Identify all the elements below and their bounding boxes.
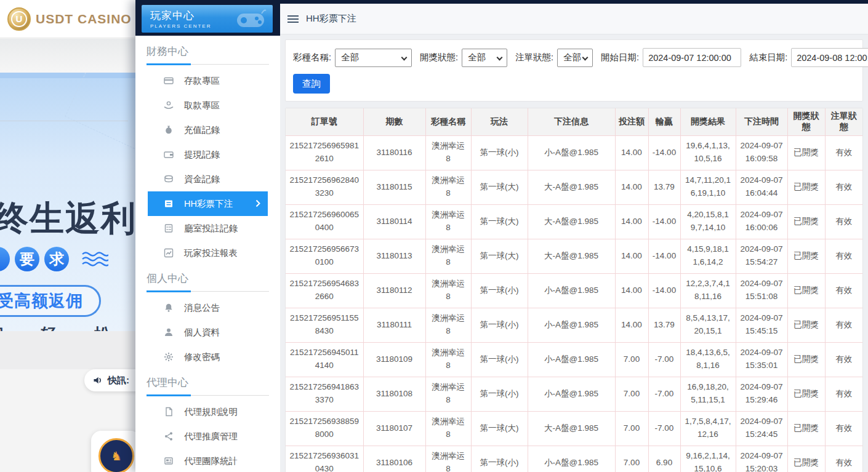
table-cell: 有效 xyxy=(825,308,862,342)
lottery-name-select[interactable]: 全部 xyxy=(335,49,412,67)
sidebar-item-agent-team-stats[interactable]: 代理團隊統計 xyxy=(148,449,268,472)
query-button[interactable]: 查詢 xyxy=(293,74,330,94)
table-cell: 7.00 xyxy=(615,446,648,472)
bet-status-label: 注單狀態: xyxy=(515,52,553,63)
sidebar-item-announcements[interactable]: 消息公告 xyxy=(148,295,268,320)
col-lottery-name: 彩種名稱 xyxy=(425,108,471,135)
table-cell: 第一球(小) xyxy=(471,308,528,342)
table-cell: 第一球(小) xyxy=(471,446,528,472)
site-header: U USDT CASINO xyxy=(0,0,135,38)
table-row: 215217256951155843031180111澳洲幸运8第一球(小)小-… xyxy=(286,308,862,342)
waves-icon xyxy=(81,251,108,267)
table-cell: 31180112 xyxy=(363,273,425,308)
clipboard-list-icon xyxy=(164,223,174,233)
table-cell: 小-A盤@1.985 xyxy=(528,446,615,472)
sidebar-item-player-bet-report[interactable]: 玩家投注報表 xyxy=(148,241,268,265)
service-emblem-icon: ♞ xyxy=(98,438,134,472)
newspaper-icon xyxy=(164,456,174,466)
table-cell: 2024-09-07 16:09:58 xyxy=(736,135,787,170)
sidebar-item-room-bet-record[interactable]: 廳室投註記錄 xyxy=(148,216,268,241)
table-cell: 已開獎 xyxy=(787,411,825,446)
sidebar-item-funds-record[interactable]: 資金記錄 xyxy=(148,167,268,191)
col-bet-status: 注單狀態 xyxy=(825,108,862,135)
table-cell: 31180106 xyxy=(363,446,425,472)
table-row: 215217256945011414031180109澳洲幸运8第一球(小)小-… xyxy=(286,342,862,377)
table-cell: 已開獎 xyxy=(787,377,825,411)
table-cell: -14.00 xyxy=(648,135,680,170)
table-row: 215217256954683266031180112澳洲幸运8第一球(小)小-… xyxy=(286,273,862,308)
table-cell: 2152172569600650400 xyxy=(286,204,363,239)
table-row: 215217256956673010031180113澳洲幸运8第一球(大)大-… xyxy=(286,239,862,273)
banner-pill-text: 享受高额返佣 xyxy=(0,290,83,312)
start-date-input[interactable] xyxy=(643,48,741,67)
table-cell: 大-A盤@1.985 xyxy=(528,239,615,273)
table-cell: 有效 xyxy=(825,377,862,411)
sidebar-item-label: 資金記錄 xyxy=(184,174,220,185)
table-cell: 31180108 xyxy=(363,377,425,411)
promo-banner: 终生返利 要 求 享受高额返佣 超 轻 松 xyxy=(0,73,135,331)
table-cell: 31180114 xyxy=(363,204,425,239)
sidebar-section-finance: 財務中心 xyxy=(147,44,269,65)
table-cell: -7.00 xyxy=(648,411,680,446)
table-cell: 小-A盤@1.985 xyxy=(528,377,615,411)
banner-badge xyxy=(0,247,10,271)
wallet-icon xyxy=(164,150,174,159)
table-header-row: 訂單號 期數 彩種名稱 玩法 下注信息 投注額 輸贏 開獎結果 下注時間 開獎狀… xyxy=(286,108,862,135)
screen: U USDT CASINO 终生返利 要 求 享受高额返佣 超 轻 松 xyxy=(0,0,868,472)
sidebar-item-profile[interactable]: 個人資料 xyxy=(148,320,268,345)
table-cell: -14.00 xyxy=(648,273,680,308)
table-cell: 澳洲幸运8 xyxy=(425,342,471,377)
table-cell: 第一球(大) xyxy=(471,204,528,239)
table-cell: 第一球(大) xyxy=(471,170,528,204)
sidebar-item-label: 消息公告 xyxy=(184,302,220,314)
table-cell: 14.00 xyxy=(615,273,648,308)
table-row: 215217256936031043031180106澳洲幸运8第一球(小)小-… xyxy=(286,446,862,472)
sidebar-item-label: 存款專區 xyxy=(184,75,220,87)
table-cell: -14.00 xyxy=(648,204,680,239)
table-cell: 18,4,13,6,5,8,1,16 xyxy=(680,342,736,377)
draw-status-select[interactable]: 全部 xyxy=(462,49,507,67)
share-icon xyxy=(164,431,174,441)
table-cell: 19,6,4,1,13,10,5,16 xyxy=(680,135,736,170)
table-cell: 2024-09-07 15:51:08 xyxy=(736,273,787,308)
bet-status-value: 全部 xyxy=(563,52,581,63)
table-cell: 第一球(大) xyxy=(471,411,528,446)
table-cell: -14.00 xyxy=(648,239,680,273)
col-bet-time: 下注時間 xyxy=(736,108,787,135)
sidebar-header: 玩家中心 PLAYERS CENTER xyxy=(142,5,273,33)
main-content: HH彩票下注 彩種名稱: 全部 開獎狀態: 全部 xyxy=(280,0,868,472)
table-cell: 有效 xyxy=(825,170,862,204)
table-cell: 2024-09-07 15:24:45 xyxy=(736,411,787,446)
table-cell: 31180113 xyxy=(363,239,425,273)
speaker-icon xyxy=(93,375,103,385)
sidebar-item-label: 取款專區 xyxy=(184,100,220,111)
table-cell: 31180109 xyxy=(363,342,425,377)
table-cell: 第一球(小) xyxy=(471,342,528,377)
table-cell: 12,2,3,7,4,18,11,16 xyxy=(680,273,736,308)
gear-icon xyxy=(164,352,174,362)
bet-status-select[interactable]: 全部 xyxy=(557,49,593,67)
table-cell: 2152172569511558430 xyxy=(286,308,363,342)
table-cell: 澳洲幸运8 xyxy=(425,170,471,204)
sidebar-item-label: 代理規則說明 xyxy=(184,406,238,418)
service-float-box[interactable]: ♞ xyxy=(91,431,140,472)
sidebar-item-agent-promotion[interactable]: 代理推廣管理 xyxy=(148,424,268,449)
sidebar-item-change-password[interactable]: 修改密碼 xyxy=(148,345,268,369)
table-row: 215217256938859800031180107澳洲幸运8第一球(大)大-… xyxy=(286,411,862,446)
sidebar-item-withdraw-zone[interactable]: 取款專區 xyxy=(148,93,268,118)
table-cell: 已開獎 xyxy=(787,342,825,377)
sidebar-item-deposit-zone[interactable]: 存款專區 xyxy=(148,68,268,93)
sidebar-item-label: 代理推廣管理 xyxy=(184,431,238,442)
gray-strip xyxy=(0,39,135,73)
table-cell: 有效 xyxy=(825,446,862,472)
sidebar-item-recharge-record[interactable]: 充值記錄 xyxy=(148,118,268,142)
sidebar-item-agent-rules[interactable]: 代理規則說明 xyxy=(148,399,268,424)
breadcrumb: HH彩票下注 xyxy=(306,13,356,25)
end-date-input[interactable] xyxy=(791,48,868,67)
hamburger-menu-icon[interactable] xyxy=(287,14,299,25)
table-cell: 澳洲幸运8 xyxy=(425,135,471,170)
col-bet-amount: 投注額 xyxy=(615,108,648,135)
sidebar-item-hh-lottery-bets[interactable]: HH彩票下注 xyxy=(148,191,268,216)
table-cell: 2152172569418633370 xyxy=(286,377,363,411)
sidebar-item-withdraw-record[interactable]: 提現記錄 xyxy=(148,142,268,167)
